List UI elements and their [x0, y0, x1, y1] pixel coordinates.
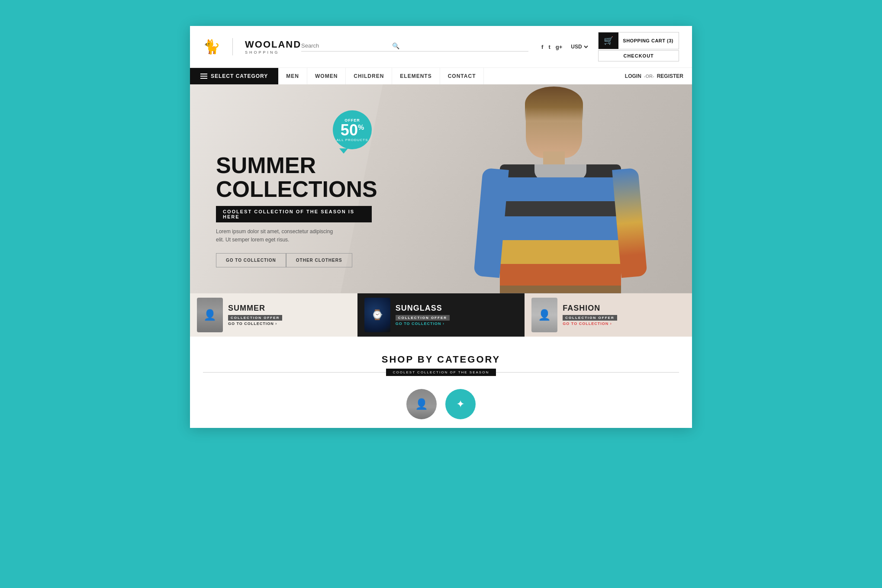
divider-line-right	[496, 372, 679, 373]
logo-area[interactable]: 🐈 WOOLAND SHOPPING	[203, 38, 301, 55]
search-icon[interactable]: 🔍	[392, 42, 399, 49]
category-circle-teal[interactable]: ✦	[445, 389, 476, 419]
category-items: 👤 ✦	[203, 389, 679, 419]
banner-summer-offer: COLLECTION OFFER	[228, 315, 282, 321]
banner-fashion: 👤 FASHION COLLECTION OFFER GO TO COLLECT…	[525, 293, 692, 337]
hamburger-icon	[200, 74, 207, 79]
shop-category-section: SHOP BY CATEGORY COOLEST COLLECTION OF T…	[190, 337, 692, 428]
banner-summer-text: SUMMER COLLECTION OFFER GO TO COLLECTION…	[228, 304, 351, 326]
nav-link-children[interactable]: CHILDREN	[346, 68, 392, 84]
category-circle-man[interactable]: 👤	[406, 389, 437, 419]
nav-category[interactable]: SELECT CATEGORY	[190, 68, 278, 84]
other-clothers-button[interactable]: OTHER CLOTHERS	[286, 253, 352, 267]
cart-icon: 🛒	[604, 36, 613, 45]
search-area: 🔍	[301, 42, 528, 51]
cart-label[interactable]: SHOPPING CART (3)	[623, 38, 679, 43]
banner-sunglass-offer: COLLECTION OFFER	[396, 315, 450, 321]
nav-or: -OR-	[644, 74, 654, 79]
banner-fashion-figure: 👤	[531, 298, 557, 332]
category-item-man[interactable]: 👤	[406, 389, 437, 419]
hero-buttons: GO TO COLLECTION OTHER CLOTHERS	[216, 253, 372, 267]
banner-summer-link[interactable]: GO TO COLLECTION ›	[228, 321, 351, 326]
search-input[interactable]	[301, 42, 388, 49]
banner-sunglass: ⌚ SUNGLASS COLLECTION OFFER GO TO COLLEC…	[357, 293, 525, 337]
logo-text: WOOLAND SHOPPING	[245, 39, 301, 55]
nav-register[interactable]: REGISTER	[657, 73, 683, 79]
go-to-collection-button[interactable]: GO TO COLLECTION	[216, 253, 286, 267]
header: 🐈 WOOLAND SHOPPING 🔍 f t g+ USD EUR GBP	[190, 26, 692, 68]
banner-summer-figure: 👤	[197, 298, 223, 332]
banner-fashion-text: FASHION COLLECTION OFFER GO TO COLLECTIO…	[563, 304, 685, 326]
banner-sunglass-title: SUNGLASS	[396, 304, 518, 313]
logo-main: WOOLAND	[245, 39, 301, 50]
logo-divider	[232, 38, 233, 55]
facebook-icon[interactable]: f	[541, 44, 543, 50]
cart-container[interactable]: 🛒 SHOPPING CART (3)	[598, 32, 679, 49]
nav-right: LOGIN -OR- REGISTER	[616, 68, 692, 84]
hero-section: OFFER 50% ALL PRODUCTS SUMMER COLLECTION…	[190, 84, 692, 293]
currency-select[interactable]: USD EUR GBP	[569, 43, 589, 50]
banner-sunglass-link[interactable]: GO TO COLLECTION ›	[396, 321, 518, 326]
hero-title: SUMMER COLLECTIONS	[216, 154, 372, 201]
banner-fashion-title: FASHION	[563, 304, 685, 313]
offer-percent: 50%	[341, 122, 364, 138]
nav-category-label: SELECT CATEGORY	[211, 73, 268, 79]
hero-title-line2: COLLECTIONS	[216, 177, 377, 202]
banner-fashion-offer: COLLECTION OFFER	[563, 315, 617, 321]
logo-cat-icon: 🐈	[203, 39, 220, 55]
offer-bubble: OFFER 50% ALL PRODUCTS	[333, 110, 372, 149]
logo-sub: SHOPPING	[245, 50, 301, 55]
twitter-icon[interactable]: t	[548, 44, 550, 50]
nav-bar: SELECT CATEGORY MEN WOMEN CHILDREN ELEME…	[190, 68, 692, 84]
cart-area: 🛒 SHOPPING CART (3) CHECKOUT	[598, 32, 679, 61]
social-area: f t g+	[541, 44, 562, 50]
shop-category-divider: COOLEST COLLECTION OF THE SEASON	[203, 369, 679, 376]
browser-window: 🐈 WOOLAND SHOPPING 🔍 f t g+ USD EUR GBP	[190, 26, 692, 428]
hero-subtitle: COOLEST COLLECTION OF THE SEASON IS HERE	[216, 206, 372, 222]
offer-all: ALL PRODUCTS	[336, 138, 368, 142]
hero-man-figure	[487, 84, 634, 293]
category-item-teal[interactable]: ✦	[445, 389, 476, 419]
currency-selector[interactable]: USD EUR GBP	[569, 43, 589, 50]
banner-summer: 👤 SUMMER COLLECTION OFFER GO TO COLLECTI…	[190, 293, 357, 337]
banner-fashion-link[interactable]: GO TO COLLECTION ›	[563, 321, 685, 326]
nav-link-elements[interactable]: ELEMENTS	[392, 68, 440, 84]
offer-sym: %	[358, 124, 364, 131]
shop-category-title: SHOP BY CATEGORY	[203, 354, 679, 365]
banner-sunglass-text: SUNGLASS COLLECTION OFFER GO TO COLLECTI…	[396, 304, 518, 326]
category-man-icon: 👤	[415, 398, 428, 410]
nav-link-women[interactable]: WOMEN	[307, 68, 346, 84]
banners: 👤 SUMMER COLLECTION OFFER GO TO COLLECTI…	[190, 293, 692, 337]
divider-badge: COOLEST COLLECTION OF THE SEASON	[386, 369, 496, 376]
nav-links: MEN WOMEN CHILDREN ELEMENTS CONTACT LOGI…	[278, 68, 692, 84]
nav-link-contact[interactable]: CONTACT	[440, 68, 484, 84]
divider-line-left	[203, 372, 386, 373]
nav-link-men[interactable]: MEN	[278, 68, 307, 84]
offer-percent-value: 50	[341, 121, 358, 139]
hero-description: Lorem ipsum dolor sit amet, consectetur …	[216, 228, 337, 244]
google-plus-icon[interactable]: g+	[556, 44, 563, 50]
banner-summer-title: SUMMER	[228, 304, 351, 313]
nav-login[interactable]: LOGIN	[625, 73, 641, 79]
checkout-button[interactable]: CHECKOUT	[598, 50, 679, 61]
hero-title-line1: SUMMER	[216, 153, 316, 178]
hero-content: SUMMER COLLECTIONS COOLEST COLLECTION OF…	[190, 84, 398, 293]
cart-icon-box: 🛒	[599, 32, 618, 49]
banner-sunglass-figure: ⌚	[364, 298, 390, 332]
category-teal-icon: ✦	[456, 398, 465, 410]
